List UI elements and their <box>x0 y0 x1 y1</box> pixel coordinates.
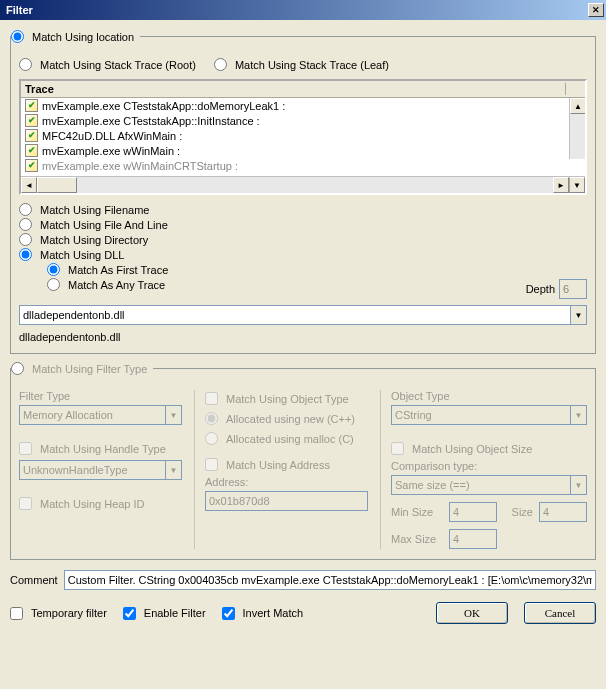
handle-type-combo <box>19 460 165 480</box>
check-icon[interactable]: ✔ <box>25 99 38 112</box>
depth-field <box>559 279 587 299</box>
match-file-line-radio[interactable]: Match Using File And Line <box>19 218 587 231</box>
chevron-down-icon: ▼ <box>165 460 182 480</box>
cancel-button[interactable]: Cancel <box>524 602 596 624</box>
trace-item[interactable]: ✔MFC42uD.DLL AfxWinMain : <box>21 128 585 143</box>
enable-filter-checkbox[interactable]: Enable Filter <box>123 607 206 620</box>
title-bar: Filter ✕ <box>0 0 606 20</box>
dll-combo-input[interactable] <box>19 305 570 325</box>
check-icon[interactable]: ✔ <box>25 159 38 172</box>
filter-type-group: Match Using Filter Type Filter Type ▼ Ma… <box>10 368 596 560</box>
alloc-new-radio: Allocated using new (C++) <box>205 412 368 425</box>
trace-item[interactable]: ✔mvExample.exe wWinMainCRTStartup : <box>21 158 585 173</box>
dll-plain-label: dlladependentonb.dll <box>19 331 587 343</box>
match-filter-type-radio[interactable]: Match Using Filter Type <box>11 362 147 375</box>
handle-type-checkbox: Match Using Handle Type <box>19 442 182 455</box>
minsize-label: Min Size <box>391 506 443 518</box>
chevron-down-icon: ▼ <box>570 475 587 495</box>
ok-button[interactable]: OK <box>436 602 508 624</box>
scroll-thumb[interactable] <box>37 177 77 193</box>
match-dll-radio[interactable]: Match Using DLL <box>19 248 587 261</box>
scroll-down-icon[interactable]: ▼ <box>569 177 585 193</box>
chevron-down-icon: ▼ <box>165 405 182 425</box>
object-type-checkbox: Match Using Object Type <box>205 392 368 405</box>
filter-type-combo <box>19 405 165 425</box>
address-field <box>205 491 368 511</box>
object-size-checkbox: Match Using Object Size <box>391 442 587 455</box>
trace-listbox: Trace ✔mvExample.exe CTeststakApp::doMem… <box>19 79 587 195</box>
dialog-body: Match Using location Match Using Stack T… <box>0 20 606 689</box>
filter-type-label: Filter Type <box>19 390 182 402</box>
comparison-combo <box>391 475 570 495</box>
depth-label: Depth <box>526 283 555 295</box>
trace-header[interactable]: Trace <box>21 81 585 98</box>
match-stack-leaf-radio[interactable]: Match Using Stack Trace (Leaf) <box>214 58 389 71</box>
match-filename-radio[interactable]: Match Using Filename <box>19 203 587 216</box>
check-icon[interactable]: ✔ <box>25 129 38 142</box>
maxsize-field <box>449 529 497 549</box>
vertical-scrollbar[interactable]: ▲ <box>569 98 585 159</box>
object-type-label: Object Type <box>391 390 587 402</box>
close-button[interactable]: ✕ <box>588 3 604 17</box>
comparison-label: Comparison type: <box>391 460 587 472</box>
address-checkbox: Match Using Address <box>205 458 368 471</box>
trace-item[interactable]: ✔mvExample.exe CTeststakApp::doMemoryLea… <box>21 98 585 113</box>
alloc-malloc-radio: Allocated using malloc (C) <box>205 432 368 445</box>
window-title: Filter <box>2 4 588 16</box>
match-directory-radio[interactable]: Match Using Directory <box>19 233 587 246</box>
trace-item[interactable]: ✔mvExample.exe wWinMain : <box>21 143 585 158</box>
size-label: Size <box>503 506 533 518</box>
match-location-radio[interactable]: Match Using location <box>11 30 134 43</box>
trace-item[interactable]: ✔mvExample.exe CTeststakApp::InitInstanc… <box>21 113 585 128</box>
scroll-right-icon[interactable]: ► <box>553 177 569 193</box>
address-label: Address: <box>205 476 368 488</box>
maxsize-label: Max Size <box>391 533 443 545</box>
temporary-filter-checkbox[interactable]: Temporary filter <box>10 607 107 620</box>
object-type-combo <box>391 405 570 425</box>
chevron-down-icon[interactable]: ▼ <box>570 305 587 325</box>
comment-label: Comment <box>10 574 58 586</box>
minsize-field <box>449 502 497 522</box>
match-stack-root-radio[interactable]: Match Using Stack Trace (Root) <box>19 58 196 71</box>
comment-field[interactable] <box>64 570 596 590</box>
scroll-left-icon[interactable]: ◄ <box>21 177 37 193</box>
horizontal-scrollbar[interactable]: ◄ ► ▼ <box>21 176 585 193</box>
check-icon[interactable]: ✔ <box>25 144 38 157</box>
size-field <box>539 502 587 522</box>
invert-match-checkbox[interactable]: Invert Match <box>222 607 304 620</box>
heap-id-checkbox: Match Using Heap ID <box>19 497 182 510</box>
chevron-down-icon: ▼ <box>570 405 587 425</box>
location-group: Match Using location Match Using Stack T… <box>10 36 596 354</box>
scroll-up-icon[interactable]: ▲ <box>570 98 585 114</box>
check-icon[interactable]: ✔ <box>25 114 38 127</box>
match-first-trace-radio[interactable]: Match As First Trace <box>47 263 587 276</box>
